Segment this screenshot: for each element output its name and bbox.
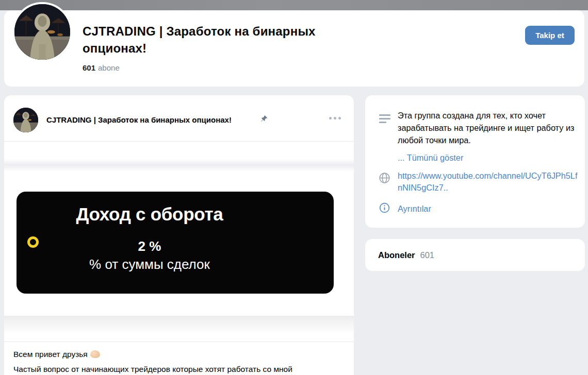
subscribers-title: Aboneler	[378, 250, 415, 260]
tag-title: Доход с оборота	[17, 204, 283, 225]
info-icon	[379, 202, 390, 214]
pin-icon	[260, 115, 268, 123]
show-all-link[interactable]: ... Tümünü göster	[398, 153, 463, 163]
subscriber-summary: 601abone	[83, 63, 120, 72]
website-link[interactable]: https://www.youtube.com/channel/UCyT6JPh…	[398, 170, 578, 194]
community-avatar[interactable]	[12, 2, 72, 62]
community-info-card: Эта группа создана для тех, кто хочет за…	[365, 95, 585, 228]
subscriber-count: 601	[83, 63, 95, 72]
post-image-divider	[4, 342, 354, 342]
post-author-avatar[interactable]	[13, 108, 38, 132]
post-menu-button[interactable]	[329, 117, 341, 120]
tag-caption: % от суммы сделок	[17, 257, 283, 272]
community-description: Эта группа создана для тех, кто хочет за…	[398, 109, 577, 146]
image-gradient-bottom	[4, 316, 354, 334]
post-text: Всем привет друзья Частый вопрос от начи…	[13, 349, 344, 374]
subscriber-label: abone	[98, 63, 120, 72]
subscribers-count: 601	[420, 250, 435, 260]
community-header-card: CJTRADING | Заработок на бинарных опцион…	[4, 10, 584, 87]
post-author-name[interactable]: CJTRADING | Заработок на бинарных опцион…	[46, 115, 232, 124]
price-tag-graphic: Доход с оборота 2 % % от суммы сделок	[17, 192, 334, 294]
page-title: CJTRADING | Заработок на бинарных опцион…	[83, 23, 330, 57]
post-text-line2: Частый вопрос от начинающих трейдеров ко…	[13, 364, 344, 374]
avatar-photo	[14, 4, 70, 60]
description-icon	[379, 114, 390, 125]
globe-icon	[378, 172, 391, 184]
post-header: CJTRADING | Заработок на бинарных опцион…	[4, 95, 354, 141]
subscribers-card[interactable]: Aboneler 601	[365, 239, 585, 271]
avatar-photo-small	[13, 108, 38, 132]
tag-value: 2 %	[17, 238, 283, 254]
post-attached-image[interactable]: Доход с оборота 2 % % от суммы сделок	[4, 142, 354, 342]
follow-button[interactable]: Takip et	[525, 26, 575, 45]
cover-photo-strip	[0, 0, 588, 10]
post-text-line1: Всем привет друзья	[13, 350, 88, 359]
handshake-emoji	[90, 350, 100, 358]
pinned-post-card: CJTRADING | Заработок на бинарных опцион…	[4, 95, 354, 375]
details-link[interactable]: Ayrıntılar	[398, 204, 431, 214]
image-gradient-top	[4, 159, 354, 172]
